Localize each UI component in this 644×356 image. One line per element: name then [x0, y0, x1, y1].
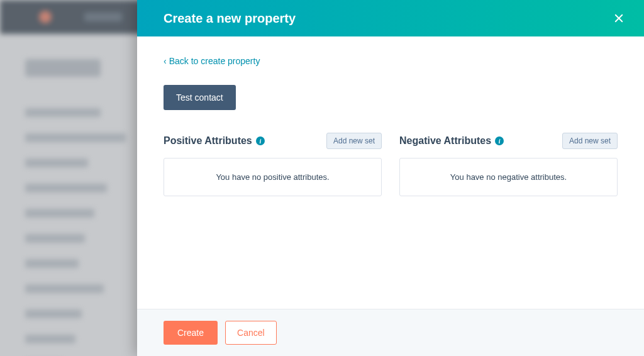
- panel-header: Create a new property: [137, 0, 644, 36]
- positive-title: Positive Attributes: [164, 135, 252, 147]
- positive-attributes-section: Positive Attributes i Add new set You ha…: [164, 133, 382, 196]
- panel-body: ‹ Back to create property Test contact P…: [137, 36, 644, 309]
- panel-footer: Create Cancel: [137, 309, 644, 356]
- attributes-row: Positive Attributes i Add new set You ha…: [164, 133, 618, 196]
- back-link[interactable]: ‹ Back to create property: [164, 56, 260, 66]
- positive-header: Positive Attributes i Add new set: [164, 133, 382, 149]
- negative-header: Negative Attributes i Add new set: [399, 133, 618, 149]
- add-negative-set-button[interactable]: Add new set: [562, 133, 618, 149]
- create-button[interactable]: Create: [164, 321, 218, 345]
- positive-empty-state: You have no positive attributes.: [164, 158, 382, 196]
- negative-attributes-section: Negative Attributes i Add new set You ha…: [399, 133, 618, 196]
- negative-empty-state: You have no negative attributes.: [399, 158, 618, 196]
- chevron-left-icon: ‹: [164, 56, 167, 66]
- cancel-button[interactable]: Cancel: [225, 321, 277, 345]
- info-icon[interactable]: i: [495, 136, 504, 145]
- negative-title: Negative Attributes: [399, 135, 491, 147]
- create-property-panel: Create a new property ‹ Back to create p…: [137, 0, 644, 356]
- back-link-label: Back to create property: [169, 56, 260, 66]
- info-icon[interactable]: i: [256, 136, 265, 145]
- close-icon[interactable]: [611, 11, 626, 26]
- add-positive-set-button[interactable]: Add new set: [326, 133, 382, 149]
- panel-title: Create a new property: [164, 11, 296, 26]
- test-contact-button[interactable]: Test contact: [164, 85, 236, 110]
